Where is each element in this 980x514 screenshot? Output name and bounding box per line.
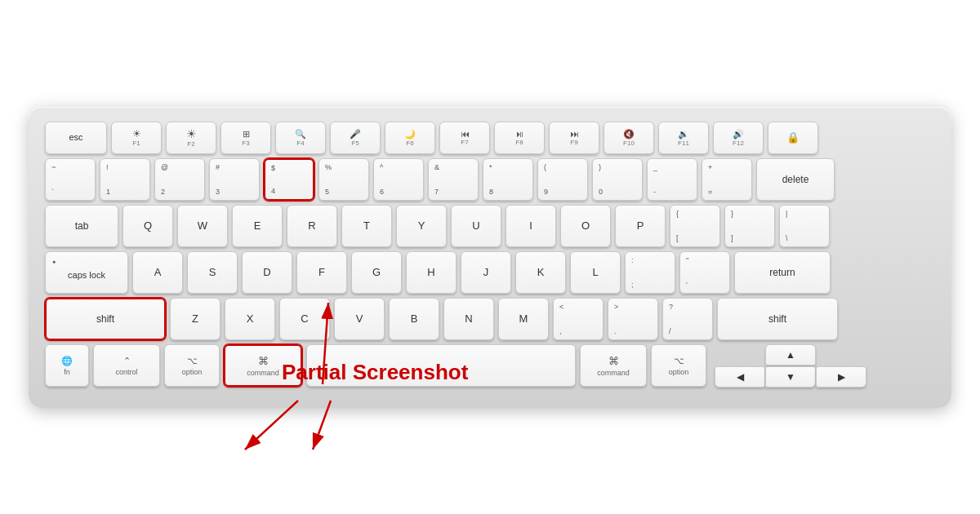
key-semicolon[interactable]: : ;: [625, 251, 675, 294]
key-close-bracket[interactable]: } ]: [724, 205, 775, 247]
key-space[interactable]: [306, 344, 576, 387]
key-return[interactable]: return: [734, 251, 831, 294]
key-d[interactable]: D: [242, 251, 292, 294]
key-option-left[interactable]: ⌥ option: [164, 344, 220, 387]
key-a[interactable]: A: [132, 251, 183, 294]
key-f2[interactable]: ☀ F2: [166, 122, 216, 154]
key-f[interactable]: F: [296, 251, 347, 294]
key-t[interactable]: T: [341, 205, 392, 247]
key-5[interactable]: % 5: [318, 158, 369, 201]
key-option-right[interactable]: ⌥ option: [651, 344, 706, 387]
key-u[interactable]: U: [451, 205, 501, 247]
key-command-left[interactable]: ⌘ command: [224, 344, 302, 387]
key-f10[interactable]: 🔇 F10: [604, 122, 654, 154]
key-f9[interactable]: ⏭ F9: [549, 122, 599, 154]
key-tab[interactable]: tab: [45, 205, 118, 247]
key-arrow-up[interactable]: ▲: [765, 344, 816, 366]
key-0[interactable]: ) 0: [592, 158, 643, 201]
key-f7[interactable]: ⏮ F7: [439, 122, 490, 154]
key-f11[interactable]: 🔉 F11: [658, 122, 709, 154]
key-slash[interactable]: ? /: [662, 298, 713, 340]
key-command-right[interactable]: ⌘ command: [580, 344, 647, 387]
key-9[interactable]: ( 9: [537, 158, 588, 201]
key-period[interactable]: > .: [608, 298, 658, 340]
key-b[interactable]: B: [389, 298, 439, 340]
key-n[interactable]: N: [443, 298, 494, 340]
key-s[interactable]: S: [187, 251, 238, 294]
key-open-bracket[interactable]: { [: [670, 205, 720, 247]
key-p[interactable]: P: [615, 205, 666, 247]
key-m[interactable]: M: [498, 298, 549, 340]
key-arrow-right[interactable]: ▶: [816, 366, 866, 388]
key-f3[interactable]: ⊞ F3: [220, 122, 271, 154]
key-equals[interactable]: + =: [702, 158, 752, 201]
key-backslash[interactable]: | \: [779, 205, 830, 247]
key-4[interactable]: $ 4: [264, 158, 314, 201]
key-arrow-left[interactable]: ◀: [715, 366, 765, 388]
key-2[interactable]: @ 2: [154, 158, 205, 201]
key-q[interactable]: Q: [122, 205, 173, 247]
key-h[interactable]: H: [406, 251, 457, 294]
key-l[interactable]: L: [570, 251, 621, 294]
key-g[interactable]: G: [351, 251, 402, 294]
keyboard: Partial Screenshot esc ☀ F1 ☀ F2 ⊞: [29, 107, 951, 408]
key-o[interactable]: O: [560, 205, 611, 247]
key-7[interactable]: & 7: [428, 158, 479, 201]
key-shift-left[interactable]: shift: [45, 298, 166, 340]
home-row: ● caps lock A S D F G H J K L :: [45, 251, 935, 294]
key-f12[interactable]: 🔊 F12: [713, 122, 764, 154]
key-f8[interactable]: ⏯ F8: [494, 122, 545, 154]
key-comma[interactable]: < ,: [553, 298, 604, 340]
key-1[interactable]: ! 1: [100, 158, 150, 201]
key-delete[interactable]: delete: [756, 158, 835, 201]
key-f6[interactable]: 🌙 F6: [385, 122, 435, 154]
svg-line-3: [313, 401, 331, 450]
key-control[interactable]: ⌃ control: [93, 344, 160, 387]
key-i[interactable]: I: [506, 205, 556, 247]
key-f1[interactable]: ☀ F1: [111, 122, 162, 154]
qwerty-row: tab Q W E R T Y U I O P: [45, 205, 935, 247]
key-c[interactable]: C: [279, 298, 330, 340]
bottom-row: 🌐 fn ⌃ control ⌥ option ⌘ command ⌘ comm…: [45, 344, 935, 388]
key-r[interactable]: R: [287, 205, 337, 247]
key-esc[interactable]: esc: [45, 122, 107, 154]
key-lock[interactable]: 🔒: [768, 122, 818, 154]
key-v[interactable]: V: [334, 298, 385, 340]
key-caps-lock[interactable]: ● caps lock: [45, 251, 128, 294]
key-f5[interactable]: 🎤 F5: [330, 122, 381, 154]
key-f4[interactable]: 🔍 F4: [275, 122, 326, 154]
key-x[interactable]: X: [225, 298, 275, 340]
key-e[interactable]: E: [232, 205, 283, 247]
key-z[interactable]: Z: [170, 298, 220, 340]
key-k[interactable]: K: [515, 251, 566, 294]
key-w[interactable]: W: [177, 205, 228, 247]
number-row: ~ ` ! 1 @ 2 # 3 $ 4 % 5 ^ 6 & 7: [45, 158, 935, 201]
key-8[interactable]: * 8: [483, 158, 533, 201]
key-arrow-down[interactable]: ▼: [765, 366, 816, 388]
key-shift-right[interactable]: shift: [717, 298, 838, 340]
key-6[interactable]: ^ 6: [373, 158, 424, 201]
key-y[interactable]: Y: [396, 205, 447, 247]
key-backtick[interactable]: ~ `: [45, 158, 96, 201]
key-fn[interactable]: 🌐 fn: [45, 344, 89, 387]
svg-line-2: [245, 401, 298, 450]
key-3[interactable]: # 3: [209, 158, 260, 201]
key-j[interactable]: J: [461, 251, 511, 294]
key-quote[interactable]: " ': [679, 251, 730, 294]
fn-row: esc ☀ F1 ☀ F2 ⊞ F3 🔍 F4 🎤 F5 🌙 F6 ⏮ F7: [45, 122, 935, 154]
shift-row: shift Z X C V B N M < , > .: [45, 298, 935, 340]
key-minus[interactable]: _ -: [647, 158, 697, 201]
